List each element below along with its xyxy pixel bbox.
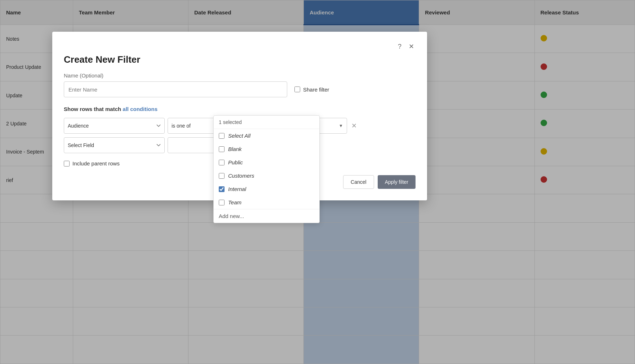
apply-filter-button[interactable]: Apply filter (378, 175, 416, 189)
close-button[interactable]: ✕ (407, 42, 416, 51)
dropdown-item-blank[interactable]: Blank (214, 142, 319, 156)
name-input[interactable] (64, 81, 287, 97)
dropdown-item-select-all[interactable]: Select All (214, 129, 319, 142)
modal-header: ? ✕ (64, 42, 416, 51)
team-checkbox[interactable] (219, 200, 225, 205)
include-parent-checkbox[interactable] (64, 161, 70, 167)
modal-header-icons: ? ✕ (396, 42, 416, 51)
team-label: Team (228, 199, 241, 205)
select-all-label: Select All (228, 133, 250, 139)
select-all-checkbox[interactable] (219, 133, 225, 139)
cancel-button[interactable]: Cancel (343, 175, 374, 189)
share-filter-row: Share filter (294, 86, 329, 93)
dropdown-item-internal[interactable]: Internal (214, 182, 319, 196)
customers-label: Customers (228, 173, 254, 179)
add-new-option[interactable]: Add new... (214, 209, 319, 223)
name-label: Name (Optional) (64, 72, 416, 79)
values-dropdown-panel: 1 selected Select All Blank Public Custo… (213, 115, 320, 223)
name-optional-text: (Optional) (80, 72, 103, 79)
share-filter-label: Share filter (303, 86, 329, 93)
modal-title: Create New Filter (64, 54, 416, 65)
blank-checkbox[interactable] (219, 146, 225, 152)
include-parent-label: Include parent rows (72, 160, 120, 167)
public-checkbox[interactable] (219, 160, 225, 165)
field-select-dropdown[interactable]: Audience (64, 118, 165, 134)
customers-checkbox[interactable] (219, 173, 225, 179)
dropdown-item-public[interactable]: Public (214, 156, 319, 169)
help-button[interactable]: ? (396, 42, 403, 51)
chevron-down-icon: ▼ (339, 123, 343, 128)
share-filter-checkbox[interactable] (294, 86, 300, 92)
dropdown-item-team[interactable]: Team (214, 196, 319, 209)
dropdown-selected-count: 1 selected (214, 116, 319, 129)
public-label: Public (228, 159, 243, 165)
conditions-label: Show rows that match all conditions (64, 106, 416, 112)
name-row: Share filter (64, 81, 416, 97)
internal-label: Internal (228, 186, 246, 192)
internal-checkbox[interactable] (219, 186, 225, 192)
second-field-select-dropdown[interactable]: Select Field (64, 137, 165, 153)
dropdown-item-customers[interactable]: Customers (214, 169, 319, 182)
remove-filter-button[interactable]: ✕ (350, 120, 358, 131)
blank-label: Blank (228, 146, 242, 152)
all-conditions-link[interactable]: all conditions (123, 106, 157, 112)
